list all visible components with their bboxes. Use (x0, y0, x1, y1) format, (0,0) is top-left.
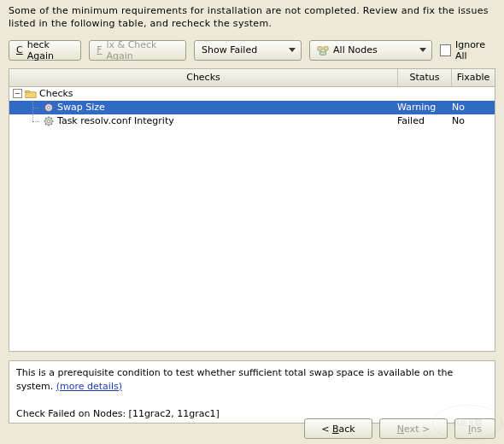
collapse-icon[interactable]: − (13, 89, 22, 98)
chevron-down-icon (419, 48, 426, 52)
tree-root[interactable]: − Checks (9, 87, 495, 101)
toolbar: Check Again Fix & Check Again Show Faile… (0, 32, 504, 67)
svg-rect-0 (318, 46, 322, 50)
col-fixable[interactable]: Fixable (452, 69, 495, 86)
gear-icon (43, 115, 55, 127)
svg-line-21 (51, 123, 52, 124)
svg-point-5 (47, 106, 50, 108)
table-row[interactable]: Swap Size Warning No (9, 101, 495, 114)
intro-text: Some of the minimum requirements for ins… (0, 0, 504, 32)
all-nodes-dropdown[interactable]: All Nodes (309, 40, 432, 61)
svg-line-22 (51, 118, 52, 119)
checks-table: Checks Status Fixable − Checks (9, 68, 495, 352)
row-status: Warning (396, 102, 450, 113)
col-checks[interactable]: Checks (9, 69, 398, 86)
row-fixable: No (450, 102, 495, 113)
svg-point-15 (47, 120, 50, 122)
more-details-link[interactable]: (more details) (56, 381, 122, 392)
row-fixable: No (450, 115, 495, 126)
row-label: Task resolv.conf Integrity (57, 115, 174, 126)
fix-and-check-again-button: Fix & Check Again (89, 40, 186, 61)
chevron-down-icon (289, 48, 296, 52)
install-button: Ins (454, 418, 495, 439)
svg-rect-2 (320, 51, 326, 55)
svg-line-13 (45, 109, 46, 110)
tree-line (25, 115, 40, 127)
row-label: Swap Size (57, 102, 105, 113)
table-body[interactable]: − Checks (9, 87, 495, 351)
wizard-nav: < Back Next > Ins (304, 418, 495, 439)
back-button[interactable]: < Back (304, 418, 372, 439)
table-row[interactable]: Task resolv.conf Integrity Failed No (9, 114, 495, 128)
failed-nodes: [11grac2, 11grac1] (129, 408, 220, 419)
show-failed-label: Show Failed (202, 44, 257, 56)
gear-icon (43, 102, 55, 114)
check-again-button[interactable]: Check Again (9, 40, 81, 61)
all-nodes-label: All Nodes (333, 44, 378, 56)
row-status: Failed (396, 115, 450, 126)
svg-line-11 (51, 109, 52, 110)
svg-line-23 (45, 123, 46, 124)
show-failed-dropdown[interactable]: Show Failed (194, 40, 302, 61)
ignore-all-checkbox[interactable]: Ignore All (440, 39, 495, 61)
tree-root-label: Checks (39, 88, 73, 99)
svg-line-20 (45, 118, 46, 119)
svg-line-10 (45, 104, 46, 105)
folder-icon (25, 88, 37, 100)
detail-panel: This is a prerequisite condition to test… (9, 360, 495, 424)
failed-nodes-label: Check Failed on Nodes: (16, 408, 129, 419)
svg-line-12 (51, 104, 52, 105)
next-button: Next > (379, 418, 448, 439)
nodes-icon (317, 44, 329, 56)
tree-line (25, 102, 40, 114)
table-header: Checks Status Fixable (9, 69, 495, 87)
checkbox-icon (440, 44, 451, 56)
col-status[interactable]: Status (398, 69, 452, 86)
svg-rect-1 (324, 46, 328, 50)
svg-rect-3 (26, 91, 29, 92)
